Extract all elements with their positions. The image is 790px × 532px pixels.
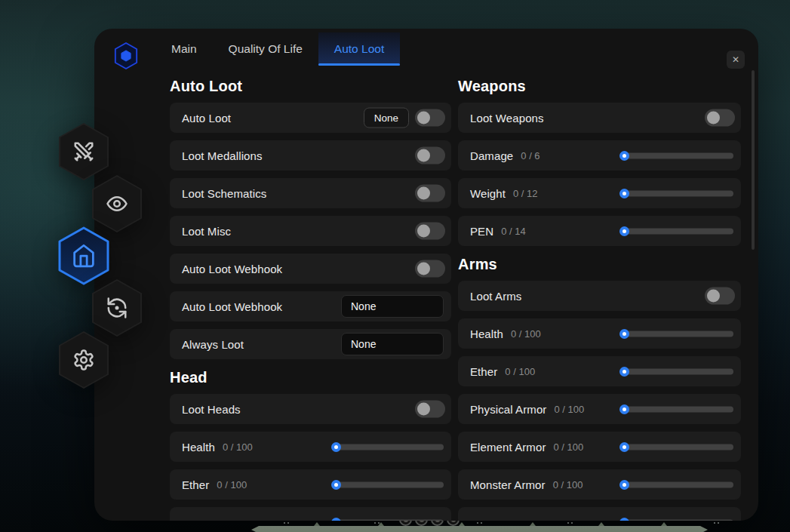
text-input[interactable]: None bbox=[341, 333, 444, 355]
toggle[interactable] bbox=[415, 223, 445, 240]
setting-label: Auto Loot Webhook bbox=[182, 263, 282, 275]
setting-label: Loot Arms bbox=[470, 290, 521, 303]
row-loot-weapons: Loot Weapons bbox=[458, 103, 741, 133]
slider-track bbox=[333, 444, 444, 450]
eye-icon bbox=[106, 192, 128, 215]
toggle-knob bbox=[417, 225, 430, 238]
row-auto-loot-webhook: Auto Loot Webhook bbox=[170, 254, 451, 284]
row-damage: Damage0 / 6 bbox=[458, 140, 741, 171]
slider[interactable] bbox=[333, 515, 444, 521]
setting-label: Weight bbox=[470, 187, 506, 200]
slider-thumb[interactable] bbox=[619, 518, 629, 521]
setting-label: Physical Armor bbox=[470, 403, 546, 416]
text-input[interactable]: None bbox=[341, 295, 444, 318]
row-ether: Ether0 / 100 bbox=[170, 469, 451, 500]
tab-quality-of-life[interactable]: Quality Of Life bbox=[213, 32, 318, 66]
setting-value: 0 / 100 bbox=[554, 404, 584, 415]
slider-thumb[interactable] bbox=[619, 367, 629, 377]
sidebar-item-gear[interactable] bbox=[54, 329, 113, 391]
toggle[interactable] bbox=[415, 401, 445, 418]
scrollbar[interactable] bbox=[752, 70, 755, 250]
slider-thumb[interactable] bbox=[619, 404, 629, 414]
slider[interactable] bbox=[621, 148, 733, 164]
input-value: None bbox=[351, 338, 376, 350]
input-value: None bbox=[351, 300, 376, 312]
slider-thumb[interactable] bbox=[619, 480, 629, 490]
row-health: Health0 / 100 bbox=[458, 318, 741, 349]
toggle[interactable] bbox=[415, 147, 445, 165]
toggle[interactable] bbox=[415, 260, 445, 278]
row-monster-armor: Monster Armor0 / 100 bbox=[458, 469, 741, 500]
toggle[interactable] bbox=[705, 288, 735, 305]
close-button[interactable]: ✕ bbox=[727, 51, 745, 69]
toggle[interactable] bbox=[415, 185, 445, 202]
slider-track bbox=[621, 519, 733, 521]
slider[interactable] bbox=[621, 364, 733, 380]
loot-progress-bar bbox=[251, 526, 708, 532]
slider[interactable] bbox=[333, 477, 444, 493]
toggle[interactable] bbox=[415, 109, 445, 127]
setting-label: Auto Loot bbox=[182, 112, 231, 125]
setting-label: Element Armor bbox=[470, 441, 546, 454]
slider[interactable] bbox=[621, 477, 733, 493]
row-loot-arms: Loot Arms bbox=[458, 281, 741, 311]
toggle-knob bbox=[707, 112, 720, 125]
slider-track bbox=[333, 481, 444, 487]
row-pen: PEN0 / 14 bbox=[458, 216, 741, 246]
setting-value: 0 / 14 bbox=[501, 226, 526, 237]
slider-thumb[interactable] bbox=[619, 329, 629, 339]
none-button[interactable]: None bbox=[364, 108, 409, 128]
slider-thumb[interactable] bbox=[619, 226, 629, 236]
row-auto-loot-webhook: Auto Loot WebhookNone bbox=[170, 291, 451, 321]
column-left: Auto LootAuto LootNoneLoot MedallionsLoo… bbox=[170, 75, 451, 521]
slider[interactable] bbox=[621, 401, 733, 417]
slider-thumb[interactable] bbox=[619, 189, 629, 198]
toggle-knob bbox=[417, 149, 430, 162]
app-logo-icon bbox=[113, 42, 139, 70]
setting-label: Loot Heads bbox=[182, 403, 241, 416]
row-loot-misc: Loot Misc bbox=[170, 216, 451, 246]
toggle-knob bbox=[707, 290, 720, 303]
refresh-icon bbox=[106, 297, 128, 319]
row-partial bbox=[170, 507, 451, 521]
screen: MainQuality Of LifeAuto Loot ✕ Auto Loot… bbox=[0, 0, 790, 532]
settings-panel: MainQuality Of LifeAuto Loot ✕ Auto Loot… bbox=[94, 29, 758, 521]
setting-label: Damage bbox=[470, 149, 513, 162]
slider-thumb[interactable] bbox=[331, 518, 341, 521]
setting-value: 0 / 12 bbox=[513, 188, 538, 199]
bar-notch bbox=[459, 522, 465, 526]
setting-label: Monster Armor bbox=[470, 478, 546, 491]
setting-label: Auto Loot Webhook bbox=[182, 300, 282, 313]
setting-value: 0 / 100 bbox=[554, 441, 584, 453]
slider[interactable] bbox=[621, 439, 733, 455]
tab-main[interactable]: Main bbox=[155, 32, 213, 66]
setting-value: 0 / 100 bbox=[223, 441, 253, 453]
toggle-knob bbox=[417, 403, 430, 416]
section-title-arms: Arms bbox=[458, 254, 741, 275]
column-right: WeaponsLoot WeaponsDamage0 / 6Weight0 / … bbox=[458, 75, 741, 521]
toggle-knob bbox=[417, 263, 430, 275]
slider[interactable] bbox=[621, 186, 733, 201]
slider-thumb[interactable] bbox=[619, 442, 629, 452]
slider[interactable] bbox=[333, 439, 444, 455]
setting-label: Health bbox=[470, 328, 503, 340]
bar-notch bbox=[598, 522, 604, 526]
row-loot-medallions: Loot Medallions bbox=[170, 140, 451, 171]
slider-thumb[interactable] bbox=[619, 151, 629, 161]
tab-auto-loot[interactable]: Auto Loot bbox=[318, 32, 400, 66]
row-loot-schematics: Loot Schematics bbox=[170, 178, 451, 208]
setting-value: 0 / 100 bbox=[505, 366, 535, 377]
slider-track bbox=[333, 519, 444, 521]
row-ether: Ether0 / 100 bbox=[458, 356, 741, 386]
slider[interactable] bbox=[621, 515, 733, 521]
setting-label: PEN bbox=[470, 225, 493, 238]
setting-value: 0 / 100 bbox=[553, 479, 583, 490]
slider-thumb[interactable] bbox=[331, 442, 341, 452]
slider[interactable] bbox=[621, 223, 733, 239]
slider-track bbox=[621, 152, 733, 158]
setting-label: Ether bbox=[182, 478, 209, 491]
slider[interactable] bbox=[621, 326, 733, 342]
slider-thumb[interactable] bbox=[331, 480, 341, 490]
toggle-knob bbox=[417, 112, 430, 125]
toggle[interactable] bbox=[705, 109, 735, 127]
